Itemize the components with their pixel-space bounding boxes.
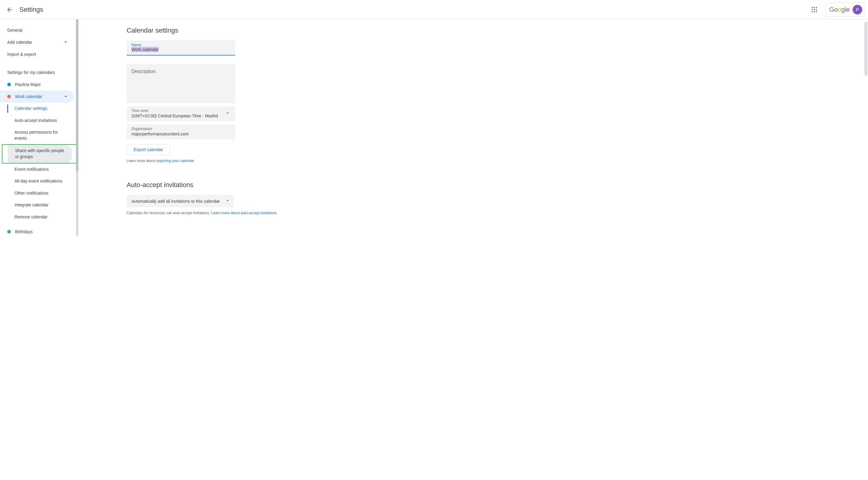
google-account-box[interactable]: Google P — [825, 2, 864, 17]
svg-point-7 — [814, 11, 815, 12]
subnav-allday-notifications[interactable]: All-day event notifications — [7, 175, 73, 187]
nav-add-calendar[interactable]: Add calendar — [0, 36, 73, 48]
subnav-label: All-day event notifications — [14, 178, 62, 184]
arrow-back-icon — [6, 6, 13, 13]
calendar-color-dot — [7, 230, 11, 234]
scrollbar-thumb[interactable] — [76, 19, 79, 171]
main-content: Calendar settings Name Work calendar Des… — [79, 19, 868, 480]
chevron-up-icon — [63, 93, 69, 100]
sidebar: General Add calendar Import & export Set… — [0, 19, 79, 480]
calendar-color-dot — [7, 95, 11, 98]
avatar[interactable]: P — [852, 5, 862, 14]
subnav-access-permissions[interactable]: Access permissions for events — [7, 126, 73, 144]
nav-general[interactable]: General — [0, 24, 73, 36]
auto-accept-select[interactable]: Automatically add all invitations to thi… — [127, 195, 234, 207]
timezone-label: Time zone — [131, 109, 225, 113]
calendar-color-dot — [7, 83, 11, 86]
nav-import-export[interactable]: Import & export — [0, 48, 73, 60]
auto-accept-help-text: Calendars for resources can auto-accept … — [127, 211, 861, 215]
subnav-label: Remove calendar — [14, 214, 48, 220]
name-label: Name — [131, 43, 230, 47]
subnav-label: Calendar settings — [14, 106, 47, 112]
auto-accept-help-link[interactable]: Learn more about auto-accept invitations — [211, 211, 276, 215]
svg-point-3 — [812, 9, 813, 10]
highlight-annotation: Share with specific people or groups — [2, 144, 77, 163]
organization-field: Organization majorperformancecontent.com — [127, 124, 235, 140]
export-help-text: Learn more about exporting your calendar — [127, 159, 861, 163]
calendar-item-birthdays[interactable]: Birthdays — [0, 226, 73, 238]
chevron-down-icon — [63, 39, 69, 46]
timezone-value: (GMT+02:00) Central European Time - Madr… — [131, 114, 225, 118]
name-field[interactable]: Name Work calendar — [127, 40, 235, 56]
svg-point-6 — [812, 11, 813, 12]
subnav-label: Auto-accept invitations — [14, 118, 57, 124]
subnav-remove[interactable]: Remove calendar — [7, 211, 73, 223]
svg-point-1 — [814, 7, 815, 8]
dropdown-arrow-icon — [225, 111, 230, 117]
subnav-label: Access permissions for events — [14, 129, 69, 141]
calendar-name: Work calendar — [15, 94, 42, 99]
svg-point-4 — [814, 9, 815, 10]
subnav-label: Share with specific people or groups — [15, 148, 67, 159]
subnav-label: Integrate calendar — [14, 202, 49, 208]
export-help-link[interactable]: exporting your calendar — [156, 159, 194, 163]
calendar-name: Paulina Major — [15, 82, 41, 87]
subnav-label: Event notifications — [14, 167, 49, 173]
svg-point-5 — [816, 9, 817, 10]
organization-value: majorperformancecontent.com — [131, 131, 230, 137]
subnav-label: Other notifications — [14, 190, 49, 197]
page-title: Settings — [19, 6, 43, 13]
section-title-calendar-settings: Calendar settings — [127, 27, 861, 34]
nav-label: General — [7, 28, 22, 33]
sidebar-section-label: Settings for my calendars — [0, 60, 79, 79]
calendar-item-work[interactable]: Work calendar — [0, 91, 73, 102]
description-field[interactable]: Description — [127, 64, 235, 103]
dropdown-arrow-icon — [225, 198, 230, 204]
section-title-auto-accept: Auto-accept invitations — [127, 181, 861, 189]
subnav-calendar-settings[interactable]: Calendar settings — [7, 102, 73, 115]
svg-point-8 — [816, 11, 817, 12]
subnav-event-notifications[interactable]: Event notifications — [7, 163, 73, 176]
header-bar: Settings Google P — [0, 0, 868, 19]
calendar-name: Birthdays — [15, 229, 33, 234]
subnav-other-notifications[interactable]: Other notifications — [7, 187, 73, 200]
timezone-select[interactable]: Time zone (GMT+02:00) Central European T… — [127, 106, 235, 121]
google-apps-button[interactable] — [808, 4, 820, 16]
nav-label: Import & export — [7, 52, 36, 57]
description-placeholder: Description — [131, 69, 230, 74]
subnav-share-specific[interactable]: Share with specific people or groups — [8, 145, 72, 162]
subnav-auto-accept[interactable]: Auto-accept invitations — [7, 115, 73, 127]
name-input-value[interactable]: Work calendar — [131, 47, 230, 52]
sidebar-scrollbar[interactable] — [76, 19, 79, 237]
calendar-item-paulina[interactable]: Paulina Major — [0, 79, 73, 91]
svg-point-0 — [812, 7, 813, 8]
svg-point-2 — [816, 7, 817, 8]
back-button[interactable] — [4, 4, 16, 16]
nav-label: Add calendar — [7, 40, 32, 44]
google-logo: Google — [829, 6, 849, 13]
subnav-integrate[interactable]: Integrate calendar — [7, 199, 73, 211]
auto-accept-value: Automatically add all invitations to thi… — [131, 199, 225, 204]
export-calendar-button[interactable]: Export calendar — [127, 144, 170, 155]
sub-nav: Calendar settings Auto-accept invitation… — [0, 102, 79, 223]
organization-label: Organization — [131, 127, 230, 131]
main-scrollbar-thumb[interactable] — [864, 22, 867, 76]
apps-grid-icon — [812, 7, 817, 12]
